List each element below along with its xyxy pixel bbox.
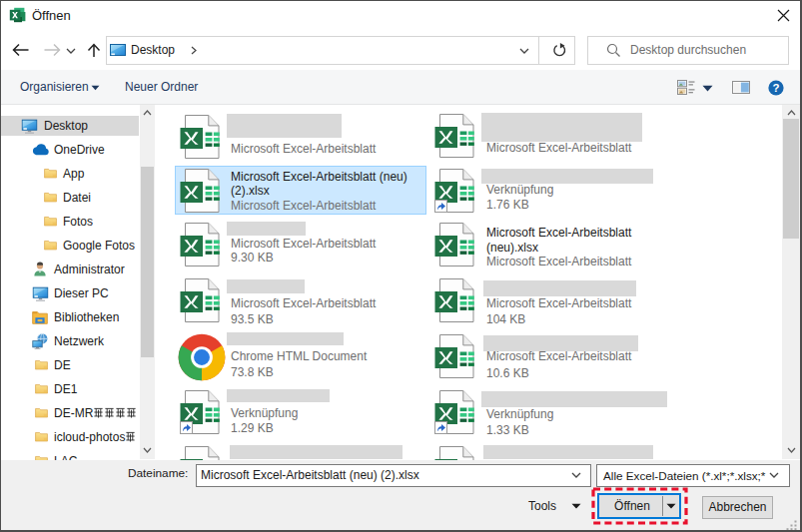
svg-text:?: ? bbox=[772, 82, 779, 94]
